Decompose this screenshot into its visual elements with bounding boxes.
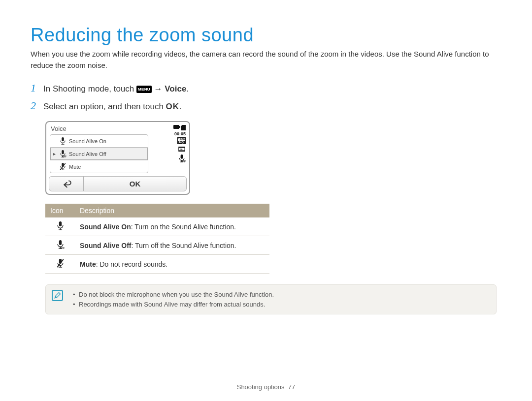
back-button[interactable] xyxy=(49,177,84,191)
page-title: Reducing the zoom sound xyxy=(31,25,501,46)
th-description: Description xyxy=(75,204,269,217)
step-2: 2 Select an option, and then touch OK. xyxy=(31,99,501,112)
mic-off-icon xyxy=(45,236,75,255)
note-box: Do not block the microphone when you use… xyxy=(45,284,497,314)
note-icon xyxy=(52,290,63,301)
step-number: 2 xyxy=(31,99,43,112)
page-footer: Shooting options 77 xyxy=(31,383,501,391)
step1-pre: In Shooting mode, touch xyxy=(43,84,136,93)
sd-card-icon xyxy=(181,125,186,130)
battery-icon xyxy=(173,125,179,129)
ok-button[interactable]: OK xyxy=(84,177,186,191)
table-row: Sound Alive Off: Turn off the Sound Aliv… xyxy=(45,236,269,255)
ok-text-icon: OK xyxy=(166,102,180,111)
step-number: 1 xyxy=(31,82,43,94)
mic-icon xyxy=(45,217,75,236)
status-column: 00:05 1280 HQ xyxy=(168,125,187,173)
th-icon: Icon xyxy=(45,204,75,217)
mic-off-icon xyxy=(58,150,67,157)
intro-text: When you use the zoom while recording vi… xyxy=(31,49,501,71)
table-row: Sound Alive On: Turn on the Sound Alive … xyxy=(45,217,269,236)
step2-pre: Select an option, and then touch xyxy=(43,102,166,111)
menu-badge-icon: MENU xyxy=(136,86,152,93)
resolution-badge: 1280 HQ xyxy=(177,137,186,144)
film-rate-icon xyxy=(178,146,186,153)
menu-item-mute[interactable]: Mute xyxy=(50,160,148,173)
step-1: 1 In Shooting mode, touch MENU → Voice. xyxy=(31,82,501,94)
rec-timer: 00:05 xyxy=(174,131,186,136)
step1-bold: Voice xyxy=(165,84,186,93)
note-item: Do not block the microphone when you use… xyxy=(73,290,274,300)
menu-item-sound-alive-on[interactable]: Sound Alive On xyxy=(50,135,148,148)
camera-screen: Voice Sound Alive On ▸ Sound Alive Off xyxy=(45,121,190,195)
voice-menu-list: Sound Alive On ▸ Sound Alive Off Mute xyxy=(50,134,148,173)
camera-menu-title: Voice xyxy=(50,125,168,134)
menu-item-sound-alive-off[interactable]: ▸ Sound Alive Off xyxy=(50,148,148,160)
description-table: Icon Description Sound Alive On: Turn on… xyxy=(45,204,269,274)
mic-mute-icon xyxy=(45,255,75,274)
table-row: Mute: Do not record sounds. xyxy=(45,255,269,274)
mic-off-status-icon xyxy=(178,154,186,162)
note-item: Recordings made with Sound Alive may dif… xyxy=(73,300,274,309)
step1-arrow: → xyxy=(154,84,165,93)
mic-mute-icon xyxy=(58,163,67,170)
caret-right-icon: ▸ xyxy=(53,151,58,156)
mic-icon xyxy=(58,137,67,145)
back-arrow-icon xyxy=(61,180,72,188)
